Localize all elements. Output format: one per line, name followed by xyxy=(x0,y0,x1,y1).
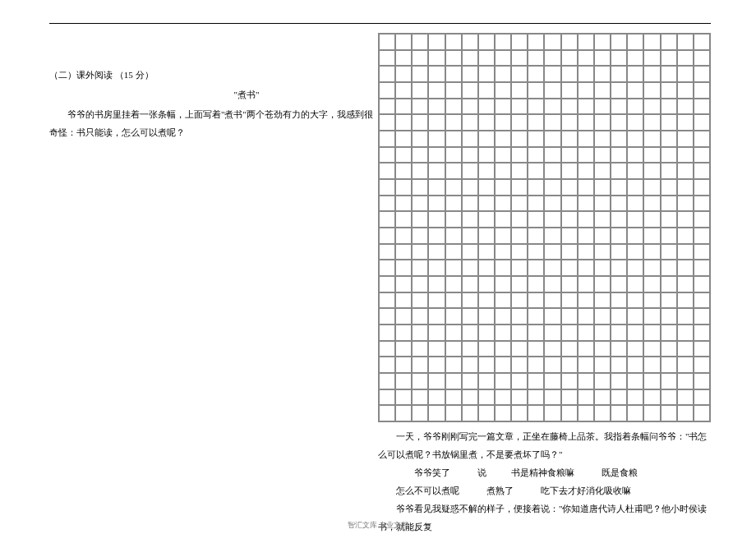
grid-cell xyxy=(677,244,694,260)
grid-cell xyxy=(511,389,528,406)
grid-cell xyxy=(694,341,710,357)
grid-cell xyxy=(694,179,710,196)
grid-cell xyxy=(511,325,528,341)
grid-cell xyxy=(677,405,694,421)
grid-cell xyxy=(379,260,395,276)
grid-cell xyxy=(643,325,660,341)
grid-cell xyxy=(478,260,495,276)
grid-cell xyxy=(561,131,578,147)
grid-cell xyxy=(462,163,478,179)
grid-cell xyxy=(677,357,694,373)
paragraph-1: 爷爷的书房里挂着一张条幅，上面写着"煮书"两个苍劲有力的大字，我感到很奇怪：书只… xyxy=(49,105,378,141)
grid-cell xyxy=(511,244,528,260)
grid-cell xyxy=(528,373,544,389)
grid-cell xyxy=(395,260,412,276)
grid-cell xyxy=(395,405,412,421)
grid-cell xyxy=(561,179,578,196)
grid-cell xyxy=(627,179,643,196)
grid-cell xyxy=(395,389,412,406)
grid-cell xyxy=(643,163,660,179)
grid-cell xyxy=(661,66,677,82)
p2e: 怎么不可以煮呢 xyxy=(378,481,459,499)
grid-cell xyxy=(395,114,412,131)
grid-cell xyxy=(395,357,412,373)
grid-cell xyxy=(627,341,643,357)
grid-cell xyxy=(445,114,462,131)
grid-cell xyxy=(544,34,560,50)
grid-cell xyxy=(445,34,462,50)
grid-cell xyxy=(594,308,611,325)
grid-cell xyxy=(395,131,412,147)
grid-cell xyxy=(528,260,544,276)
grid-cell xyxy=(611,66,627,82)
grid-cell xyxy=(495,292,511,309)
grid-cell xyxy=(412,325,428,341)
grid-cell xyxy=(661,179,677,196)
grid-cell xyxy=(495,82,511,99)
grid-cell xyxy=(561,211,578,228)
grid-cell xyxy=(677,196,694,212)
grid-cell xyxy=(428,260,445,276)
grid-cell xyxy=(462,34,478,50)
left-column: （二）课外阅读 （15 分） "煮书" 爷爷的书房里挂着一张条幅，上面写着"煮书… xyxy=(49,66,378,141)
grid-cell xyxy=(661,82,677,99)
p2g: 吃下去才好消化吸收嘛 xyxy=(523,481,631,499)
grid-cell xyxy=(395,341,412,357)
grid-cell xyxy=(544,228,560,244)
grid-cell xyxy=(495,211,511,228)
grid-cell xyxy=(694,244,710,260)
grid-cell xyxy=(428,50,445,67)
grid-cell xyxy=(561,163,578,179)
grid-cell xyxy=(594,260,611,276)
grid-cell xyxy=(412,82,428,99)
grid-cell xyxy=(462,341,478,357)
grid-cell xyxy=(462,114,478,131)
grid-cell xyxy=(611,228,627,244)
grid-cell xyxy=(661,260,677,276)
grid-cell xyxy=(694,292,710,309)
grid-cell xyxy=(594,325,611,341)
grid-cell xyxy=(445,292,462,309)
grid-cell xyxy=(661,373,677,389)
grid-cell xyxy=(528,179,544,196)
grid-cell xyxy=(379,114,395,131)
grid-cell xyxy=(677,341,694,357)
grid-cell xyxy=(643,34,660,50)
grid-cell xyxy=(495,389,511,406)
grid-cell xyxy=(694,34,710,50)
grid-cell xyxy=(478,308,495,325)
grid-cell xyxy=(578,66,594,82)
grid-cell xyxy=(661,147,677,163)
grid-cell xyxy=(578,308,594,325)
grid-cell xyxy=(495,228,511,244)
grid-cell xyxy=(677,260,694,276)
grid-cell xyxy=(694,114,710,131)
grid-cell xyxy=(478,211,495,228)
grid-cell xyxy=(462,66,478,82)
grid-cell xyxy=(495,341,511,357)
grid-cell xyxy=(627,260,643,276)
grid-cell xyxy=(578,244,594,260)
grid-cell xyxy=(594,292,611,309)
grid-cell xyxy=(528,82,544,99)
grid-cell xyxy=(677,50,694,67)
grid-cell xyxy=(428,341,445,357)
grid-cell xyxy=(544,99,560,115)
grid-cell xyxy=(495,357,511,373)
grid-cell xyxy=(478,228,495,244)
grid-cell xyxy=(578,196,594,212)
grid-cell xyxy=(611,373,627,389)
grid-cell xyxy=(578,147,594,163)
grid-cell xyxy=(462,389,478,406)
footer-text: 智汇文库 专业文档 xyxy=(0,520,756,531)
grid-cell xyxy=(412,228,428,244)
grid-cell xyxy=(528,292,544,309)
grid-cell xyxy=(661,308,677,325)
grid-cell xyxy=(511,163,528,179)
grid-cell xyxy=(445,357,462,373)
grid-cell xyxy=(611,196,627,212)
grid-cell xyxy=(677,292,694,309)
grid-cell xyxy=(511,357,528,373)
grid-cell xyxy=(379,373,395,389)
grid-cell xyxy=(643,179,660,196)
